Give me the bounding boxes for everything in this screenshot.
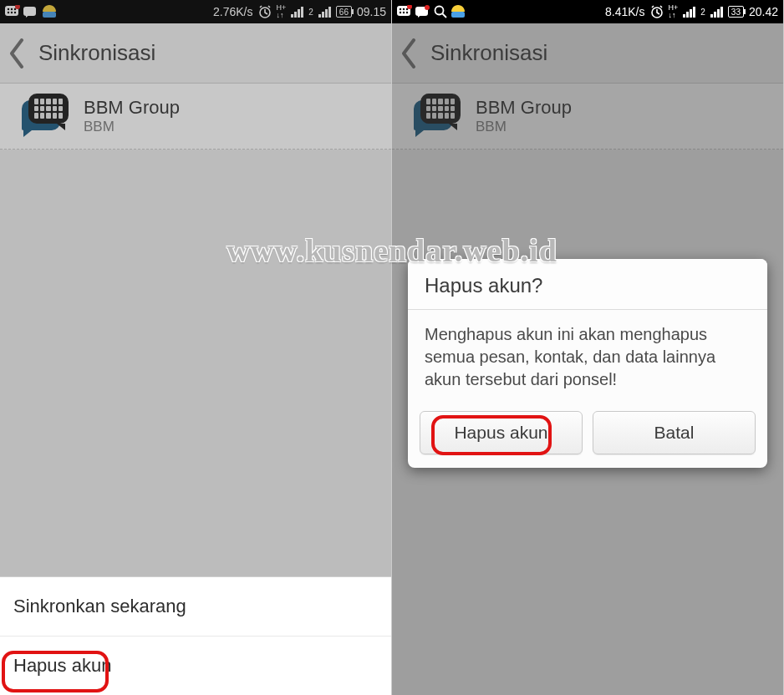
battery-indicator: 66	[336, 6, 352, 18]
network-speed: 2.76K/s	[213, 5, 252, 18]
confirm-dialog: Hapus akun? Menghapus akun ini akan meng…	[408, 259, 767, 468]
svg-point-2	[11, 8, 13, 10]
svg-point-16	[403, 12, 405, 13]
confirm-delete-button[interactable]: Hapus akun	[420, 411, 583, 454]
header[interactable]: Sinkronisasi	[392, 23, 783, 84]
dialog-body: Menghapus akun ini akan menghapus semua …	[408, 310, 767, 403]
alarm-icon	[650, 5, 664, 18]
svg-point-4	[8, 12, 9, 13]
svg-point-14	[406, 8, 408, 10]
back-icon[interactable]	[8, 38, 27, 68]
svg-point-5	[11, 12, 13, 13]
bbm-app-icon	[18, 92, 72, 140]
phone-left: 2.76K/s H+↓↑ 2 66 09.15 Sinkronisasi	[0, 0, 392, 695]
network-speed: 8.41K/s	[605, 5, 644, 18]
account-subtitle: BBM	[476, 119, 572, 135]
back-icon[interactable]	[400, 38, 419, 68]
search-icon	[434, 5, 447, 18]
clock: 20.42	[749, 5, 778, 18]
svg-point-3	[14, 8, 16, 10]
battery-level: 66	[339, 8, 349, 17]
clock: 09.15	[357, 5, 386, 18]
cleaner-icon	[42, 4, 57, 19]
battery-indicator: 33	[728, 6, 744, 18]
bbm-app-icon	[410, 92, 464, 140]
status-bar: 8.41K/s H+↓↑ 2 33 20.42	[392, 0, 783, 23]
chat-notif-icon	[415, 5, 430, 18]
svg-point-6	[14, 12, 16, 13]
status-left	[5, 4, 208, 19]
context-menu: Sinkronkan sekarang Hapus akun	[0, 576, 391, 695]
svg-point-12	[400, 8, 401, 10]
svg-point-17	[406, 12, 408, 13]
svg-rect-22	[451, 12, 465, 18]
account-subtitle: BBM	[84, 119, 180, 135]
svg-point-20	[425, 5, 430, 10]
menu-delete-account[interactable]: Hapus akun	[0, 636, 391, 695]
battery-level: 33	[731, 8, 741, 17]
page-title: Sinkronisasi	[430, 40, 547, 66]
header[interactable]: Sinkronisasi	[0, 23, 391, 84]
cancel-button[interactable]: Batal	[593, 411, 756, 454]
bbm-notif-icon	[5, 5, 20, 18]
confirm-delete-label: Hapus akun	[454, 423, 547, 443]
chat-notif-icon	[23, 5, 38, 18]
sim-slot-label: 2	[308, 8, 313, 17]
signal-icon-2	[710, 6, 723, 18]
alarm-icon	[258, 5, 272, 18]
account-title: BBM Group	[84, 97, 180, 119]
svg-point-13	[403, 8, 405, 10]
cleaner-icon	[451, 4, 466, 19]
dialog-buttons: Hapus akun Batal	[408, 403, 767, 468]
status-bar: 2.76K/s H+↓↑ 2 66 09.15	[0, 0, 391, 23]
account-row[interactable]: BBM Group BBM	[0, 84, 391, 150]
sim-slot-label: 2	[700, 8, 705, 17]
status-right: 8.41K/s H+↓↑ 2 33 20.42	[605, 4, 778, 19]
status-left	[397, 4, 600, 19]
svg-point-1	[8, 8, 9, 10]
status-right: 2.76K/s H+↓↑ 2 66 09.15	[213, 4, 386, 19]
signal-icon-2	[318, 6, 331, 18]
page-title: Sinkronisasi	[38, 40, 155, 66]
signal-icon-1	[683, 6, 695, 18]
account-title: BBM Group	[476, 97, 572, 119]
svg-point-21	[435, 7, 444, 15]
dialog-title: Hapus akun?	[408, 259, 767, 310]
data-h-icon: H+↓↑	[277, 4, 287, 19]
phone-right: 8.41K/s H+↓↑ 2 33 20.42 Sinkronisasi	[392, 0, 784, 695]
bbm-notif-icon	[397, 5, 412, 18]
signal-icon-1	[291, 6, 303, 18]
data-h-icon: H+↓↑	[669, 4, 679, 19]
svg-rect-9	[43, 12, 56, 18]
menu-sync-now[interactable]: Sinkronkan sekarang	[0, 577, 391, 636]
svg-point-15	[400, 12, 401, 13]
cancel-label: Batal	[654, 423, 695, 443]
account-row[interactable]: BBM Group BBM	[392, 84, 783, 150]
